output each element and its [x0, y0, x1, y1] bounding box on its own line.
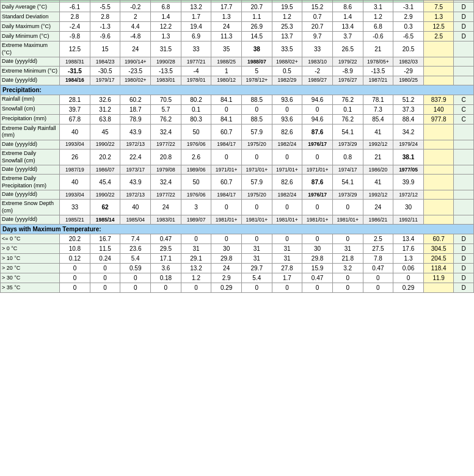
- cell-value: 1.2: [272, 12, 302, 22]
- row-label: Date (yyyy/dd): [1, 190, 60, 200]
- cell-value: 1989/27: [302, 76, 333, 85]
- cell-value: 31: [241, 244, 272, 254]
- code-cell: [454, 57, 474, 67]
- cell-value: 37.3: [393, 104, 424, 114]
- cell-value: 18.7: [120, 104, 151, 114]
- cell-value: 31: [332, 244, 363, 254]
- cell-value: 17.6: [393, 244, 424, 254]
- cell-value: 5.7: [151, 104, 181, 114]
- cell-value: 0: [272, 283, 302, 293]
- cell-value: 0.7: [302, 12, 333, 22]
- climate-table: Daily Average (°C)-6.1-5.5-0.26.813.217.…: [0, 0, 474, 293]
- cell-value: 1984/17: [211, 140, 242, 150]
- cell-value: 1986/07: [90, 165, 120, 175]
- cell-value: 29.8: [302, 254, 333, 264]
- cell-value: [423, 41, 454, 57]
- cell-value: 12.2: [151, 22, 181, 32]
- cell-value: 88.5: [241, 95, 272, 104]
- cell-value: 0.8: [332, 149, 363, 165]
- cell-value: 0: [332, 199, 363, 215]
- code-cell: D: [454, 244, 474, 254]
- cell-value: 0: [211, 199, 242, 215]
- cell-value: 45: [90, 124, 120, 140]
- cell-value: 0.1: [332, 104, 363, 114]
- cell-value: 31.2: [90, 104, 120, 114]
- cell-value: 1.3: [423, 12, 454, 22]
- cell-value: 54.1: [332, 174, 363, 190]
- cell-value: 2.8: [90, 12, 120, 22]
- cell-value: 40: [120, 199, 151, 215]
- row-label: Daily Minimum (°C): [1, 32, 60, 41]
- cell-value: 2.8: [60, 12, 90, 22]
- cell-value: 1983/01: [151, 215, 181, 225]
- cell-value: 39.7: [60, 104, 90, 114]
- cell-value: [423, 124, 454, 140]
- cell-value: [423, 76, 454, 85]
- table-row: > 0 °C10.811.523.629.531303131303127.517…: [1, 244, 474, 254]
- row-label: > 20 °C: [1, 264, 60, 273]
- cell-value: 1992/12: [363, 140, 393, 150]
- cell-value: 0: [60, 283, 90, 293]
- cell-value: 80.2: [181, 95, 211, 104]
- row-label: > 0 °C: [1, 244, 60, 254]
- cell-value: 7.3: [363, 104, 393, 114]
- cell-value: 1976/27: [332, 76, 363, 85]
- cell-value: 51.2: [393, 95, 424, 104]
- cell-value: [423, 149, 454, 165]
- row-label: Extreme Maximum (°C): [1, 41, 60, 57]
- cell-value: 1988/25: [211, 57, 242, 67]
- cell-value: 1984/17: [211, 190, 242, 200]
- cell-value: 1.3: [393, 254, 424, 264]
- cell-value: 28.1: [60, 95, 90, 104]
- cell-value: 32.4: [151, 174, 181, 190]
- cell-value: 1977/22: [151, 140, 181, 150]
- row-label: Date (yyyy/dd): [1, 140, 60, 150]
- cell-value: 7.5: [423, 2, 454, 12]
- cell-value: 31: [272, 244, 302, 254]
- cell-value: 30: [302, 244, 333, 254]
- cell-value: 977.8: [423, 114, 454, 124]
- row-label: Extreme Daily Precipitation (mm): [1, 174, 60, 190]
- cell-value: -3.1: [393, 2, 424, 12]
- cell-value: 1982/03: [393, 57, 424, 67]
- cell-value: 13.7: [272, 32, 302, 41]
- cell-value: 1.3: [151, 32, 181, 41]
- section-header: Days with Maximum Temperature:: [1, 225, 474, 234]
- cell-value: 0: [302, 104, 333, 114]
- cell-value: 1988/31: [60, 57, 90, 67]
- code-cell: [454, 124, 474, 140]
- cell-value: 43.9: [120, 174, 151, 190]
- cell-value: 0.59: [120, 264, 151, 273]
- cell-value: 34.2: [393, 124, 424, 140]
- cell-value: 14.5: [241, 32, 272, 41]
- cell-value: 0.29: [393, 283, 424, 293]
- cell-value: 23.6: [120, 244, 151, 254]
- cell-value: 85.4: [363, 114, 393, 124]
- cell-value: 76.2: [151, 114, 181, 124]
- cell-value: 11.3: [211, 32, 242, 41]
- row-label: > 10 °C: [1, 254, 60, 264]
- cell-value: 1971/01+: [302, 165, 333, 175]
- cell-value: -31.5: [60, 67, 90, 76]
- cell-value: 7.8: [363, 254, 393, 264]
- cell-value: 1981/01+: [272, 215, 302, 225]
- cell-value: 1990/22: [90, 190, 120, 200]
- table-row: > 30 °C0000.181.22.95.41.70.4700011.9D: [1, 273, 474, 283]
- cell-value: 1987/19: [60, 165, 90, 175]
- cell-value: 27.5: [363, 244, 393, 254]
- cell-value: 20.2: [90, 149, 120, 165]
- cell-value: 1978/05+: [363, 57, 393, 67]
- cell-value: 1976/17: [302, 190, 333, 200]
- cell-value: 1981/01+: [211, 215, 242, 225]
- cell-value: 1990/14+: [120, 57, 151, 67]
- cell-value: 0: [272, 149, 302, 165]
- cell-value: 45.4: [90, 174, 120, 190]
- row-label: Snowfall (cm): [1, 104, 60, 114]
- cell-value: 82.6: [272, 174, 302, 190]
- cell-value: 1985/21: [60, 215, 90, 225]
- table-row: Extreme Daily Snowfall (cm)2620.222.420.…: [1, 149, 474, 165]
- cell-value: 0.47: [302, 273, 333, 283]
- cell-value: 1980/02+: [120, 76, 151, 85]
- table-row: Extreme Maximum (°C)12.5152431.533353833…: [1, 41, 474, 57]
- cell-value: 0: [211, 149, 242, 165]
